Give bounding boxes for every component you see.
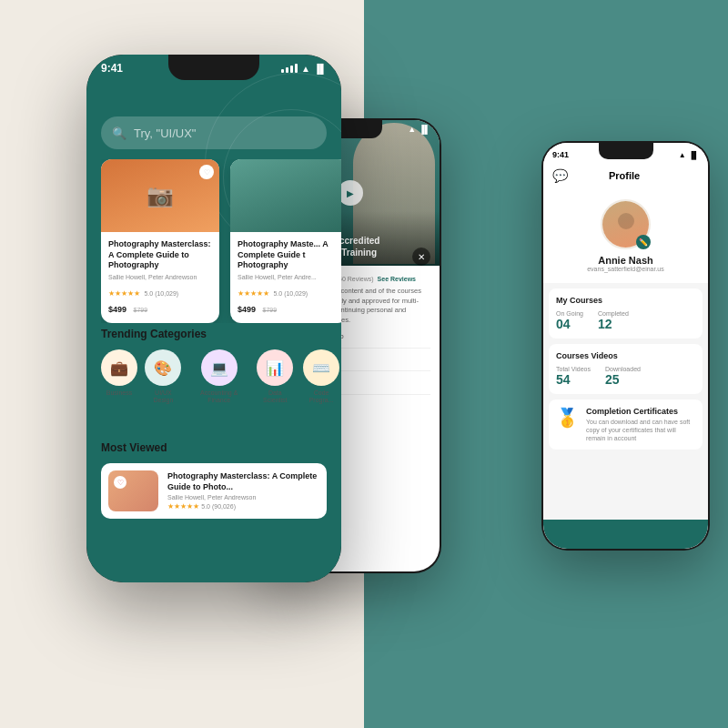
status-icons: ▲ ▐▌ (281, 64, 327, 74)
videos-card: Courses Videos Total Videos 54 Downloade… (549, 344, 703, 394)
categories-row: 💼 Business 🎨 UI/UX Design 💻 Accounting &… (101, 349, 341, 405)
downloaded-value: 25 (605, 372, 641, 387)
ongoing-label: On Going (556, 310, 583, 317)
category-data[interactable]: 📊 Data Scientist (257, 349, 295, 405)
videos-title: Courses Videos (556, 351, 695, 360)
category-label-business: Business (106, 389, 132, 397)
medal-icon: 🥇 (556, 407, 579, 429)
course-card-2[interactable]: Photography Maste... A Complete Guide t … (230, 159, 341, 323)
phone-main-screen: 9:41 ▲ ▐▌ 🔍 Try, "UI/UX" (86, 55, 341, 582)
total-videos-value: 54 (556, 372, 591, 387)
search-placeholder: Try, "UI/UX" (134, 126, 196, 140)
course-card-2-body: Photography Maste... A Complete Guide t … (230, 232, 341, 323)
battery-icon: ▐▌ (314, 64, 327, 74)
right-status-icons: ▲ ▐▌ (679, 151, 699, 159)
trending-title: Trending Categories (101, 328, 341, 340)
most-viewed-section: Most Viewed ♡ Photography Masterclass: A… (101, 441, 327, 519)
category-business[interactable]: 💼 Business (101, 349, 137, 405)
course-rating-1: ★★★★★ 5.0 (10,029) (108, 283, 212, 299)
mv-title: Photography Masterclass: A Complete Guid… (167, 471, 319, 492)
total-videos-label: Total Videos (556, 366, 591, 372)
right-notch (599, 143, 653, 159)
downloaded-label: Downloaded (605, 366, 641, 372)
category-label-uiux: UI/UX Design (145, 389, 182, 405)
completion-title: Completion Certificates (586, 407, 695, 416)
course-card-1[interactable]: 📷 ♡ Photography Masterclass: A Complete … (101, 159, 219, 323)
course-rating-2: ★★★★★ 5.0 (10,029) (238, 283, 341, 299)
completed-value: 12 (598, 317, 629, 331)
uiux-icon: 🎨 (145, 349, 181, 386)
right-status-time: 9:41 (552, 150, 569, 159)
completed-label: Completed (598, 310, 629, 317)
course-author-2: Sallie Howell, Peter Andre... (238, 274, 341, 280)
category-label-coding: Code Progra... (301, 389, 341, 405)
category-accounting[interactable]: 💻 Accounting & Finance (189, 349, 249, 405)
profile-name: Annie Nash (598, 255, 653, 266)
total-videos-stat: Total Videos 54 (556, 366, 591, 387)
accounting-icon: 💻 (201, 349, 238, 386)
category-uiux[interactable]: 🎨 UI/UX Design (145, 349, 182, 405)
phone-right: 9:41 ▲ ▐▌ 💬 Profile (541, 141, 710, 551)
course-price-1: $499 $799 (108, 299, 212, 316)
play-button[interactable]: ▶ (338, 180, 363, 206)
course-card-2-image (230, 159, 341, 232)
profile-email: evans_satterfield@einar.us (587, 266, 664, 272)
mv-rating: ★★★★★ 5.0 (90,026) (167, 502, 319, 511)
heart-icon[interactable]: ♡ (199, 165, 214, 179)
coding-icon: ⌨️ (303, 349, 339, 386)
profile-title: Profile (568, 170, 681, 181)
most-viewed-title: Most Viewed (101, 441, 327, 454)
trending-section: Trending Categories 💼 Business 🎨 UI/UX D… (101, 328, 341, 405)
bottom-nav-bar (543, 520, 708, 549)
courses-row: 📷 ♡ Photography Masterclass: A Complete … (101, 159, 341, 323)
completed-stat: Completed 12 (598, 310, 629, 331)
my-courses-title: My Courses (556, 296, 695, 305)
course-author-1: Sallie Howell, Peter Andrewson (108, 274, 212, 280)
videos-stats-row: Total Videos 54 Downloaded 25 (556, 366, 695, 387)
ongoing-value: 04 (556, 317, 583, 331)
category-label-data: Data Scientist (257, 389, 295, 405)
avatar-edit-button[interactable]: ✏️ (636, 235, 651, 249)
mv-author: Sallie Howell, Peter Andrewson (167, 494, 319, 500)
avatar-container: ✏️ (601, 199, 651, 249)
scene: 9:41 ▲ ▐▌ 🔍 Try, "UI/UX" (0, 0, 728, 728)
my-courses-card: My Courses On Going 04 Completed 12 (549, 288, 703, 339)
course-price-2: $499 $799 (238, 299, 341, 316)
course-card-1-body: Photography Masterclass: A Complete Guid… (101, 232, 219, 323)
completion-text: Completion Certificates You can download… (586, 407, 695, 442)
ongoing-stat: On Going 04 (556, 310, 583, 331)
mv-card[interactable]: ♡ Photography Masterclass: A Complete Gu… (101, 463, 327, 519)
courses-stats-row: On Going 04 Completed 12 (556, 310, 695, 331)
yoga-card-fig (230, 159, 341, 232)
phone-notch (168, 55, 259, 80)
see-reviews-link[interactable]: See Reviews (378, 276, 416, 282)
category-label-accounting: Accounting & Finance (189, 389, 249, 405)
status-time: 9:41 (101, 62, 123, 75)
chat-icon[interactable]: 💬 (552, 168, 568, 183)
search-bar[interactable]: 🔍 Try, "UI/UX" (101, 116, 327, 149)
course-title-1: Photography Masterclass: A Complete Guid… (108, 239, 212, 271)
completion-card: 🥇 Completion Certificates You can downlo… (549, 399, 703, 450)
completion-desc: You can download and can have soft copy … (586, 418, 695, 442)
profile-header: 💬 Profile (543, 163, 708, 188)
signal-icon (281, 64, 298, 73)
category-coding[interactable]: ⌨️ Code Progra... (301, 349, 341, 405)
downloaded-stat: Downloaded 25 (605, 366, 641, 387)
phone-right-screen: 9:41 ▲ ▐▌ 💬 Profile (543, 143, 708, 549)
mid-status-icons: ▲ ▐▌ (408, 125, 430, 134)
mv-heart-icon: ♡ (114, 476, 126, 489)
search-icon: 🔍 (112, 126, 126, 140)
mv-card-image: ♡ (108, 470, 158, 511)
data-icon: 📊 (257, 349, 293, 386)
profile-section: ✏️ Annie Nash evans_satterfield@einar.us (543, 188, 708, 283)
close-button[interactable]: ✕ (412, 248, 430, 266)
business-icon: 💼 (101, 349, 137, 386)
course-title-2: Photography Maste... A Complete Guide t … (238, 239, 341, 271)
mv-info: Photography Masterclass: A Complete Guid… (167, 471, 319, 511)
wifi-icon: ▲ (301, 64, 310, 74)
phone-main: 9:41 ▲ ▐▌ 🔍 Try, "UI/UX" (86, 55, 341, 582)
